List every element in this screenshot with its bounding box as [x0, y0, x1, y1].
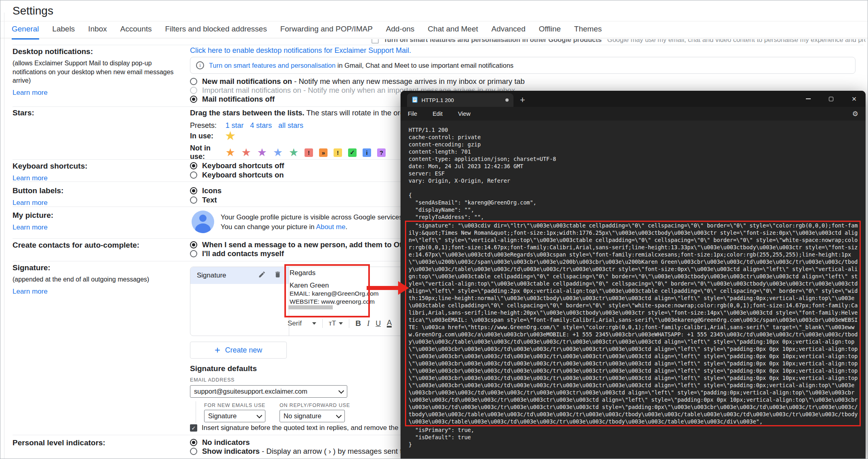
preset-all-stars[interactable]: all stars [278, 121, 303, 130]
tab-themes[interactable]: Themes [574, 25, 602, 40]
blue-info-icon[interactable]: i [363, 148, 371, 157]
radio-shortcuts-off[interactable] [190, 162, 197, 169]
radio-row-new-mail-on: New mail notifications on - Notify me wh… [190, 77, 525, 86]
enable-desktop-notifications-link[interactable]: Click here to enable desktop notificatio… [190, 46, 411, 55]
notepad-menubar: File Edit View [401, 107, 866, 121]
tab-addons[interactable]: Add-ons [386, 25, 415, 40]
tab-inbox[interactable]: Inbox [88, 25, 107, 40]
radio-important-mail-on[interactable] [190, 87, 197, 94]
green-check-icon[interactable]: ✓ [348, 148, 357, 157]
smart-features-clipped-row: Turn on smart features and personalisati… [371, 39, 866, 44]
presets-label: Presets: [190, 121, 225, 130]
smart-features-info-link[interactable]: Turn on smart features and personalisati… [209, 62, 336, 69]
email-address-select[interactable]: support@gsuitesupport.exclaimer.com [190, 385, 347, 398]
maximize-button[interactable] [820, 91, 843, 107]
font-size-dropdown[interactable]: тT [329, 319, 343, 328]
tab-accounts[interactable]: Accounts [120, 25, 152, 40]
radio-icons[interactable] [190, 187, 197, 194]
radio-mail-notifications-off[interactable] [190, 96, 197, 103]
my-picture-line2-pre: You can change your picture in [221, 223, 316, 231]
font-family-dropdown[interactable]: Serif [288, 319, 316, 328]
radio-add-contacts-myself[interactable] [190, 250, 197, 257]
avatar [192, 211, 214, 233]
email-address-label: EMAIL ADDRESS [190, 377, 235, 383]
orange-guillemet-icon[interactable]: » [319, 148, 328, 157]
radio-row-shortcuts-off: Keyboard shortcuts off [190, 161, 284, 170]
red-arrow-shaft [367, 286, 398, 290]
tab-general[interactable]: General [12, 25, 39, 40]
button-labels-learn-more[interactable]: Learn more [13, 199, 182, 207]
no-indicators-label: No indicators [202, 438, 250, 447]
insert-signature-checkbox[interactable]: ✓ [190, 424, 197, 432]
keyboard-learn-more[interactable]: Learn more [13, 174, 182, 182]
signature-format-toolbar: Serif тT B I U A [288, 319, 392, 328]
signature-list-item[interactable]: Signature [190, 267, 289, 284]
purple-star-icon[interactable]: ★ [257, 148, 267, 157]
json-signature-value: "signature": "\u003cdiv dir=\"ltr\"\u003… [409, 222, 860, 425]
preset-1-star[interactable]: 1 star [225, 121, 244, 130]
tab-labels[interactable]: Labels [52, 25, 75, 40]
tab-filters[interactable]: Filters and blocked addresses [165, 25, 267, 40]
signature-learn-more[interactable]: Learn more [13, 288, 182, 296]
toolbar-separator [322, 319, 323, 328]
chevron-down-icon [338, 388, 344, 393]
close-button[interactable]: × [843, 91, 866, 107]
divider-1 [13, 45, 864, 45]
preset-4-stars[interactable]: 4 stars [250, 121, 272, 130]
orange-star-icon[interactable]: ★ [225, 148, 235, 157]
blue-star-icon[interactable]: ★ [273, 148, 283, 157]
red-star-icon[interactable]: ★ [241, 148, 251, 157]
menu-file[interactable]: File [408, 111, 417, 117]
italic-button[interactable]: I [367, 319, 369, 328]
underline-button[interactable]: U [376, 319, 381, 328]
radio-show-indicators[interactable] [190, 448, 197, 455]
stars-presets-row: Presets: 1 star 4 stars all stars [190, 121, 303, 130]
tab-offline[interactable]: Offline [539, 25, 561, 40]
menu-view[interactable]: View [458, 111, 470, 117]
radio-no-indicators[interactable] [190, 439, 197, 446]
edit-pencil-icon[interactable] [258, 271, 266, 280]
notepad-window: HTTP1.1 200 + × File Edit View ⚙ HTTP/1.… [401, 91, 866, 459]
tab-chat-meet[interactable]: Chat and Meet [428, 25, 478, 40]
bold-button[interactable]: B [355, 319, 361, 328]
tab-advanced[interactable]: Advanced [491, 25, 526, 40]
minimize-button[interactable] [797, 91, 820, 107]
notepad-titlebar[interactable]: HTTP1.1 200 + × [401, 91, 866, 107]
tab-forwarding[interactable]: Forwarding and POP/IMAP [280, 25, 373, 40]
section-desktop-notifications-label: Desktop notifications: (allows Exclaimer… [13, 47, 182, 97]
delete-trash-icon[interactable] [274, 271, 282, 280]
radio-text[interactable] [190, 196, 197, 204]
stars-not-in-use-row: Not in use: ★ ★ ★ ★ ★ ! » ! ✓ i ? [190, 144, 392, 161]
desktop-notifications-desc: (allows Exclaimer Support Mail to displa… [13, 59, 182, 85]
smart-features-checkbox[interactable] [371, 39, 379, 44]
about-me-link[interactable]: About me [316, 223, 346, 231]
signature-item-name: Signature [197, 271, 258, 280]
yellow-bang-icon[interactable]: ! [334, 148, 342, 157]
new-mail-on-desc: - Notify me when any new message arrives… [292, 77, 525, 86]
radio-auto-add-contacts[interactable] [190, 241, 197, 248]
purple-question-icon[interactable]: ? [377, 148, 386, 157]
radio-new-mail-on[interactable] [190, 78, 197, 85]
radio-shortcuts-on[interactable] [190, 171, 197, 179]
close-icon: × [852, 95, 857, 103]
menu-edit[interactable]: Edit [432, 111, 442, 117]
on-reply-forward-label: ON REPLY/FORWARD USE [280, 403, 350, 408]
new-tab-button[interactable]: + [520, 95, 525, 105]
for-new-emails-select[interactable]: Signature [204, 410, 265, 422]
my-picture-learn-more[interactable]: Learn more [13, 223, 182, 232]
on-reply-forward-select[interactable]: No signature [280, 410, 345, 422]
notepad-tab[interactable]: HTTP1.1 200 [407, 93, 513, 107]
yellow-star-icon[interactable]: ★ [225, 132, 235, 140]
header-divider [0, 21, 868, 21]
green-star-icon[interactable]: ★ [289, 148, 298, 157]
my-picture-line1: Your Google profile picture is visible a… [221, 213, 405, 221]
add-contacts-myself-label: I'll add contacts myself [202, 249, 284, 258]
font-size-icon: тT [329, 319, 336, 328]
create-new-label: Create new [225, 346, 262, 355]
desktop-notifications-learn-more[interactable]: Learn more [13, 89, 182, 97]
text-color-button[interactable]: A [387, 319, 392, 328]
create-new-signature-button[interactable]: + Create new [190, 342, 287, 359]
notepad-editor[interactable]: HTTP/1.1 200 cache-control: private cont… [401, 121, 866, 459]
gear-icon[interactable]: ⚙ [852, 107, 858, 121]
red-bang-icon[interactable]: ! [305, 148, 313, 157]
